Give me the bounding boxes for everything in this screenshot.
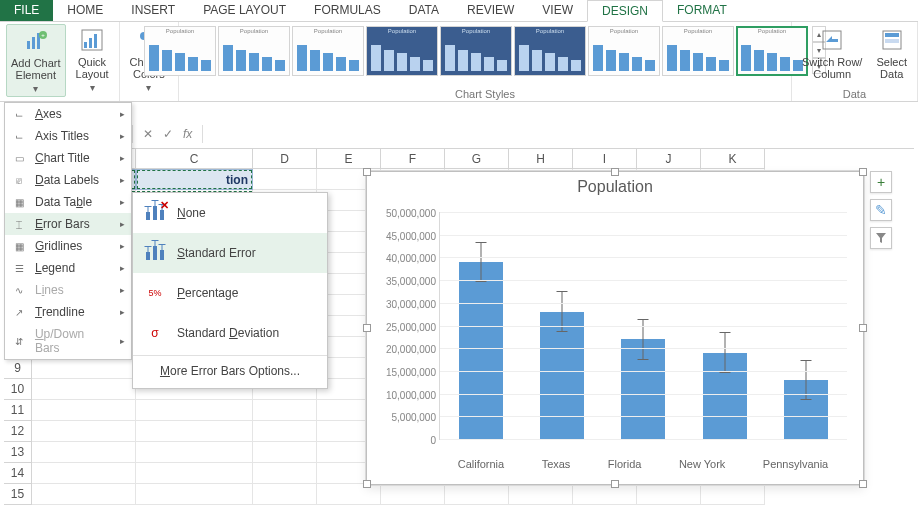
col-K[interactable]: K (701, 149, 765, 169)
tab-file[interactable]: FILE (0, 0, 53, 21)
chart-style-7[interactable]: Population (588, 26, 660, 76)
tab-formulas[interactable]: FORMULAS (300, 0, 395, 21)
errorbars-more-options[interactable]: More Error Bars Options... (133, 358, 327, 384)
cell[interactable] (253, 421, 317, 442)
resize-handle[interactable] (859, 480, 867, 488)
chart-style-1[interactable]: Population (144, 26, 216, 76)
cell[interactable] (32, 400, 136, 421)
menu-chart-title[interactable]: ▭Chart Title▸ (5, 147, 131, 169)
cell[interactable] (32, 463, 136, 484)
chart-style-2[interactable]: Population (218, 26, 290, 76)
tab-design[interactable]: DESIGN (587, 0, 663, 22)
menu-error-bars[interactable]: ⌶Error Bars▸ (5, 213, 131, 235)
errorbars-standard-deviation[interactable]: σ Standard Deviation (133, 313, 327, 353)
menu-axis-titles[interactable]: ⌙Axis Titles▸ (5, 125, 131, 147)
col-J[interactable]: J (637, 149, 701, 169)
chart-side-buttons: + ✎ (870, 171, 892, 249)
cell[interactable] (136, 400, 253, 421)
cell[interactable] (509, 484, 573, 505)
chart-object[interactable]: Population 05,000,00010,000,00015,000,00… (366, 171, 864, 485)
tab-insert[interactable]: INSERT (117, 0, 189, 21)
errorbars-percentage[interactable]: 5% Percentage (133, 273, 327, 313)
quick-layout-button[interactable]: Quick Layout ▾ (72, 24, 113, 97)
plot-area[interactable]: 05,000,00010,000,00015,000,00020,000,000… (439, 212, 847, 440)
chart-filters-button[interactable] (870, 227, 892, 249)
resize-handle[interactable] (859, 324, 867, 332)
chart-style-6[interactable]: Population (514, 26, 586, 76)
resize-handle[interactable] (363, 168, 371, 176)
cell[interactable] (253, 463, 317, 484)
switch-row-column-button[interactable]: Switch Row/ Column (798, 24, 867, 82)
menu-data-table[interactable]: ▦Data Table▸ (5, 191, 131, 213)
cell[interactable] (32, 358, 136, 379)
row-header[interactable]: 11 (4, 400, 32, 421)
cell[interactable] (253, 442, 317, 463)
tab-review[interactable]: REVIEW (453, 0, 528, 21)
tab-page-layout[interactable]: PAGE LAYOUT (189, 0, 300, 21)
errorbars-standard-error[interactable]: Standard Error (133, 233, 327, 273)
chart-style-8[interactable]: Population (662, 26, 734, 76)
chart-add-element-button[interactable]: + (870, 171, 892, 193)
resize-handle[interactable] (859, 168, 867, 176)
chart-styles-button[interactable]: ✎ (870, 199, 892, 221)
resize-handle[interactable] (611, 168, 619, 176)
cell[interactable] (381, 484, 445, 505)
col-D[interactable]: D (253, 149, 317, 169)
resize-handle[interactable] (363, 480, 371, 488)
cell[interactable] (136, 442, 253, 463)
errorbars-none[interactable]: ✕ None (133, 193, 327, 233)
col-H[interactable]: H (509, 149, 573, 169)
cell[interactable] (701, 484, 765, 505)
col-F[interactable]: F (381, 149, 445, 169)
menu-trendline[interactable]: ↗Trendline▸ (5, 301, 131, 323)
cell[interactable] (445, 484, 509, 505)
cell[interactable] (637, 484, 701, 505)
fx-icon[interactable]: fx (183, 127, 192, 141)
row-header[interactable]: 10 (4, 379, 32, 400)
cell[interactable] (253, 400, 317, 421)
bar[interactable] (459, 262, 503, 439)
cell[interactable] (32, 484, 136, 505)
resize-handle[interactable] (363, 324, 371, 332)
row-header[interactable]: 13 (4, 442, 32, 463)
menu-legend[interactable]: ☰Legend▸ (5, 257, 131, 279)
resize-handle[interactable] (611, 480, 619, 488)
fx-enter-icon[interactable]: ✓ (163, 127, 173, 141)
cell[interactable]: tion (136, 169, 253, 190)
menu-data-labels[interactable]: ⎚Data Labels▸ (5, 169, 131, 191)
y-tick-label: 25,000,000 (386, 321, 440, 332)
col-E[interactable]: E (317, 149, 381, 169)
data-table-icon: ▦ (11, 195, 27, 209)
tab-format[interactable]: FORMAT (663, 0, 741, 21)
cell[interactable] (136, 484, 253, 505)
tab-home[interactable]: HOME (53, 0, 117, 21)
quick-layout-label: Quick Layout (76, 56, 109, 80)
row-header[interactable]: 12 (4, 421, 32, 442)
cell[interactable] (32, 421, 136, 442)
cell[interactable] (253, 484, 317, 505)
cell[interactable] (253, 169, 317, 190)
switch-row-column-icon (818, 26, 846, 54)
cell[interactable] (32, 379, 136, 400)
menu-gridlines[interactable]: ▦Gridlines▸ (5, 235, 131, 257)
menu-axes[interactable]: ⌙Axes▸ (5, 103, 131, 125)
cell[interactable] (317, 484, 381, 505)
select-data-button[interactable]: Select Data (872, 24, 911, 82)
cell[interactable] (136, 463, 253, 484)
chart-style-3[interactable]: Population (292, 26, 364, 76)
tab-view[interactable]: VIEW (528, 0, 587, 21)
chart-style-5[interactable]: Population (440, 26, 512, 76)
tab-data[interactable]: DATA (395, 0, 453, 21)
add-chart-element-button[interactable]: + Add Chart Element ▾ (6, 24, 66, 97)
fx-cancel-icon[interactable]: ✕ (143, 127, 153, 141)
cell[interactable] (32, 442, 136, 463)
row-header[interactable]: 15 (4, 484, 32, 505)
chart-style-4[interactable]: Population (366, 26, 438, 76)
cell[interactable] (136, 421, 253, 442)
cell[interactable] (573, 484, 637, 505)
row-header[interactable]: 14 (4, 463, 32, 484)
col-I[interactable]: I (573, 149, 637, 169)
row-header[interactable]: 9 (4, 358, 32, 379)
col-G[interactable]: G (445, 149, 509, 169)
col-C[interactable]: C (136, 149, 253, 169)
